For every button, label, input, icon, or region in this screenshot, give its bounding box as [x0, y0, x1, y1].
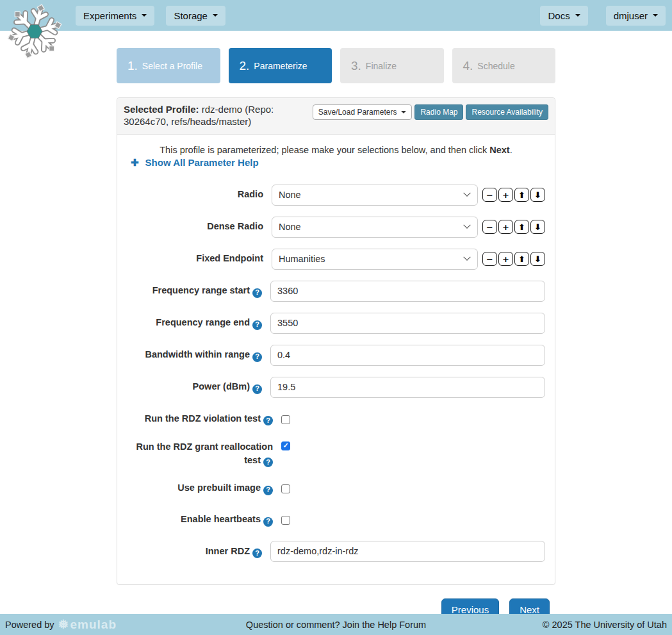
field-label: Enable heartbeats?	[127, 513, 273, 526]
parameter-form: Radio None − + ⬆ ⬇	[127, 185, 545, 562]
field-label: Run the RDZ grant reallocation test?	[127, 440, 273, 467]
radio-map-button[interactable]: Radio Map	[414, 104, 463, 120]
page-footer: Powered by ❅emulab Question or comment? …	[0, 614, 672, 635]
move-down-button[interactable]: ⬇	[530, 188, 545, 202]
remove-row-button[interactable]: −	[482, 188, 497, 202]
add-row-button[interactable]: +	[498, 220, 513, 234]
top-navbar: Experiments Storage Docs dmjuser	[0, 0, 672, 31]
rdz-violation-test-checkbox[interactable]	[281, 415, 290, 424]
help-icon[interactable]: ?	[263, 416, 273, 425]
row-buttons: − + ⬆ ⬇	[482, 252, 545, 266]
dense-radio-select[interactable]: None	[272, 217, 478, 238]
snowflake-icon	[5, 2, 64, 61]
row-buttons: − + ⬆ ⬇	[482, 188, 545, 202]
select-value: None	[279, 190, 301, 200]
help-icon[interactable]: ?	[263, 458, 273, 467]
navbar-left: Experiments Storage	[76, 6, 225, 26]
help-forum-link[interactable]: Join the Help Forum	[343, 620, 427, 630]
selected-profile-label: Selected Profile:	[124, 104, 199, 115]
emulab-flake-icon: ❅	[58, 617, 69, 632]
move-up-button[interactable]: ⬆	[514, 252, 529, 266]
help-icon[interactable]: ?	[252, 548, 262, 558]
form-row-enable-heartbeats: Enable heartbeats?	[127, 509, 545, 530]
rdz-grant-reallocation-checkbox[interactable]	[281, 441, 290, 450]
move-down-button[interactable]: ⬇	[530, 252, 545, 266]
step-schedule: 4. Schedule	[452, 48, 556, 83]
field-label: Use prebuilt image?	[127, 481, 273, 495]
help-icon[interactable]: ?	[252, 320, 262, 330]
field-label: Bandwidth within range?	[127, 348, 262, 361]
select-value: Humanities	[279, 254, 325, 264]
field-label: Power (dBm)?	[127, 380, 262, 393]
panel-heading: Selected Profile: rdz-demo (Repo: 30264c…	[117, 98, 555, 135]
form-row-inner-rdz: Inner RDZ?	[127, 541, 545, 562]
use-prebuilt-image-checkbox[interactable]	[281, 484, 290, 493]
page: Experiments Storage Docs dmjuser	[0, 0, 672, 635]
field-label: Fixed Endpoint	[127, 252, 263, 265]
field-label: Run the RDZ violation test?	[127, 412, 273, 425]
step-parameterize[interactable]: 2. Parameterize	[229, 48, 332, 83]
help-icon[interactable]: ?	[263, 517, 273, 527]
help-icon[interactable]: ?	[252, 384, 262, 394]
form-row-bandwidth: Bandwidth within range?	[127, 345, 545, 366]
selected-profile-title: Selected Profile: rdz-demo (Repo: 30264c…	[124, 104, 313, 128]
field-label: Frequency range end?	[127, 316, 262, 329]
powered-by-label: Powered by	[5, 620, 54, 630]
chevron-down-icon	[463, 254, 470, 261]
step-number: 1.	[127, 59, 138, 73]
add-row-button[interactable]: +	[498, 188, 513, 202]
save-load-parameters-dropdown[interactable]: Save/Load Parameters	[313, 104, 413, 120]
frequency-range-start-input[interactable]	[270, 281, 545, 302]
help-icon[interactable]: ?	[252, 352, 262, 362]
storage-menu-button[interactable]: Storage	[166, 6, 225, 26]
experiments-menu-label: Experiments	[83, 10, 136, 21]
footer-copyright: © 2025 The University of Utah	[543, 620, 667, 630]
frequency-range-end-input[interactable]	[270, 313, 545, 334]
fixed-endpoint-select[interactable]: Humanities	[272, 249, 478, 270]
help-icon[interactable]: ?	[252, 288, 262, 298]
panel-body: This profile is parameterized; please ma…	[117, 135, 555, 584]
help-icon[interactable]: ?	[263, 486, 273, 495]
plus-icon: ✚	[131, 157, 139, 169]
user-menu-label: dmjuser	[614, 10, 648, 21]
step-number: 2.	[240, 59, 250, 73]
emulab-logo: ❅emulab	[58, 617, 117, 632]
form-row-power: Power (dBm)?	[127, 377, 545, 398]
form-row-rdz-violation-test: Run the RDZ violation test?	[127, 409, 545, 429]
remove-row-button[interactable]: −	[482, 252, 497, 266]
experiments-menu-button[interactable]: Experiments	[76, 6, 154, 26]
chevron-down-icon	[142, 14, 147, 17]
chevron-down-icon	[463, 190, 470, 197]
form-row-radio: Radio None − + ⬆ ⬇	[127, 185, 545, 206]
powder-snowflake-logo[interactable]	[5, 2, 64, 61]
resource-availability-button[interactable]: Resource Availability	[466, 104, 548, 120]
step-label: Finalize	[366, 61, 397, 71]
add-row-button[interactable]: +	[498, 252, 513, 266]
move-up-button[interactable]: ⬆	[514, 220, 529, 234]
notice-next-word: Next	[489, 145, 509, 155]
enable-heartbeats-checkbox[interactable]	[281, 516, 290, 525]
step-select-profile[interactable]: 1. Select a Profile	[117, 48, 220, 83]
field-label: Radio	[127, 188, 263, 201]
step-label: Schedule	[477, 61, 514, 71]
move-up-button[interactable]: ⬆	[514, 188, 529, 202]
docs-menu-button[interactable]: Docs	[540, 6, 587, 26]
parameterize-panel: Selected Profile: rdz-demo (Repo: 30264c…	[117, 97, 555, 585]
move-down-button[interactable]: ⬇	[530, 220, 545, 234]
form-row-frequency-range-start: Frequency range start?	[127, 281, 545, 302]
chevron-down-icon	[213, 14, 218, 17]
remove-row-button[interactable]: −	[482, 220, 497, 234]
inner-rdz-input[interactable]	[270, 541, 545, 562]
power-dbm-input[interactable]	[270, 377, 545, 398]
wizard-stepper: 1. Select a Profile 2. Parameterize 3. F…	[117, 48, 555, 83]
form-row-use-prebuilt-image: Use prebuilt image?	[127, 478, 545, 499]
radio-select[interactable]: None	[272, 185, 478, 206]
show-all-parameter-help-link[interactable]: ✚ Show All Parameter Help	[127, 157, 259, 169]
user-menu-button[interactable]: dmjuser	[606, 6, 666, 26]
form-row-fixed-endpoint: Fixed Endpoint Humanities − + ⬆ ⬇	[127, 249, 545, 270]
form-row-dense-radio: Dense Radio None − + ⬆ ⬇	[127, 217, 545, 238]
bandwidth-within-range-input[interactable]	[270, 345, 545, 366]
field-label: Dense Radio	[127, 220, 263, 233]
form-row-rdz-grant-reallocation-test: Run the RDZ grant reallocation test?	[127, 440, 545, 467]
select-value: None	[279, 222, 301, 232]
